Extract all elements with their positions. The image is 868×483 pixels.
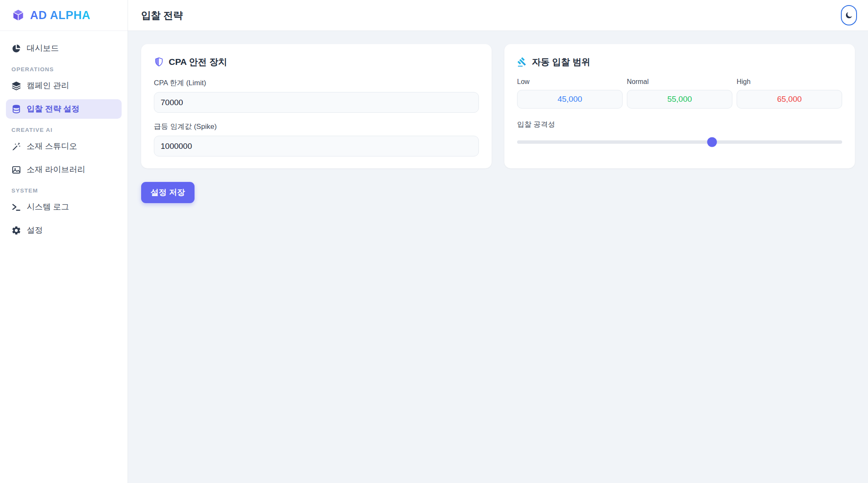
bid-low-label: Low (517, 78, 623, 86)
aggressiveness-label: 입찰 공격성 (517, 120, 842, 129)
section-label-system: SYSTEM (6, 183, 122, 197)
sidebar-item-label: 캠페인 관리 (27, 80, 69, 91)
sidebar-item-label: 시스템 로그 (27, 201, 69, 212)
spike-threshold-input[interactable] (154, 136, 479, 156)
app-title: AD ALPHA (30, 9, 91, 22)
section-label-creative-ai: CREATIVE AI (6, 123, 122, 137)
save-settings-button[interactable]: 설정 저장 (141, 182, 195, 203)
page-title: 입찰 전략 (141, 9, 183, 22)
magic-wand-icon (11, 142, 21, 151)
bid-range-grid: Low Normal High (517, 78, 842, 109)
sidebar-item-settings[interactable]: 설정 (6, 221, 122, 240)
cpa-card-title: CPA 안전 장치 (154, 56, 479, 68)
sidebar-item-creative-studio[interactable]: 소재 스튜디오 (6, 137, 122, 156)
terminal-icon (11, 202, 21, 212)
sidebar-item-dashboard[interactable]: 대시보드 (6, 39, 122, 58)
app-root: AD ALPHA 대시보드 OPERATIONS (0, 0, 868, 483)
coins-icon (11, 104, 21, 114)
cpa-card-title-text: CPA 안전 장치 (169, 56, 227, 68)
cube-icon (11, 8, 25, 22)
main-area: 입찰 전략 (128, 0, 868, 483)
cpa-safety-card: CPA 안전 장치 CPA 한계 (Limit) 급등 임계값 (Spike) (141, 44, 492, 168)
moon-icon (845, 11, 853, 20)
bid-range-card: 자동 입찰 범위 Low Normal High (504, 44, 855, 168)
bid-high-label: High (737, 78, 842, 86)
image-icon (11, 165, 21, 175)
bid-card-title-text: 자동 입찰 범위 (532, 56, 590, 68)
bid-card-title: 자동 입찰 범위 (517, 56, 842, 68)
content: CPA 안전 장치 CPA 한계 (Limit) 급등 임계값 (Spike) (128, 31, 868, 483)
sidebar-nav: 대시보드 OPERATIONS 캠페인 관리 (0, 31, 128, 244)
aggressiveness-slider[interactable] (517, 140, 842, 144)
pie-chart-icon (11, 44, 21, 53)
gavel-icon (517, 57, 527, 67)
sidebar-item-label: 소재 라이브러리 (27, 164, 85, 175)
cpa-limit-label: CPA 한계 (Limit) (154, 78, 479, 88)
sidebar-item-label: 소재 스튜디오 (27, 141, 77, 152)
sidebar-item-campaigns[interactable]: 캠페인 관리 (6, 76, 122, 95)
logo: AD ALPHA (0, 0, 128, 31)
sidebar-item-bidding-strategy[interactable]: 입찰 전략 설정 (6, 99, 122, 119)
cpa-limit-input[interactable] (154, 92, 479, 113)
bid-normal-group: Normal (627, 78, 732, 109)
top-header: 입찰 전략 (128, 0, 868, 31)
sidebar-item-label: 입찰 전략 설정 (27, 103, 80, 114)
sidebar-item-creative-library[interactable]: 소재 라이브러리 (6, 160, 122, 179)
section-label-operations: OPERATIONS (6, 62, 122, 76)
sidebar: AD ALPHA 대시보드 OPERATIONS (0, 0, 128, 483)
bid-high-group: High (737, 78, 842, 109)
bid-low-input[interactable] (517, 90, 623, 109)
layers-icon (11, 81, 21, 91)
aggressiveness-slider-thumb[interactable] (707, 137, 717, 147)
sidebar-item-label: 설정 (27, 225, 43, 236)
sidebar-item-label: 대시보드 (27, 43, 59, 54)
bid-normal-label: Normal (627, 78, 732, 86)
gear-icon (11, 226, 21, 235)
bid-high-input[interactable] (737, 90, 842, 109)
sidebar-item-system-logs[interactable]: 시스템 로그 (6, 197, 122, 217)
theme-toggle-button[interactable] (841, 5, 857, 25)
shield-icon (154, 57, 164, 67)
bid-normal-input[interactable] (627, 90, 732, 109)
spike-threshold-label: 급등 임계값 (Spike) (154, 122, 479, 131)
bid-low-group: Low (517, 78, 623, 109)
cards-row: CPA 안전 장치 CPA 한계 (Limit) 급등 임계값 (Spike) (141, 44, 855, 168)
